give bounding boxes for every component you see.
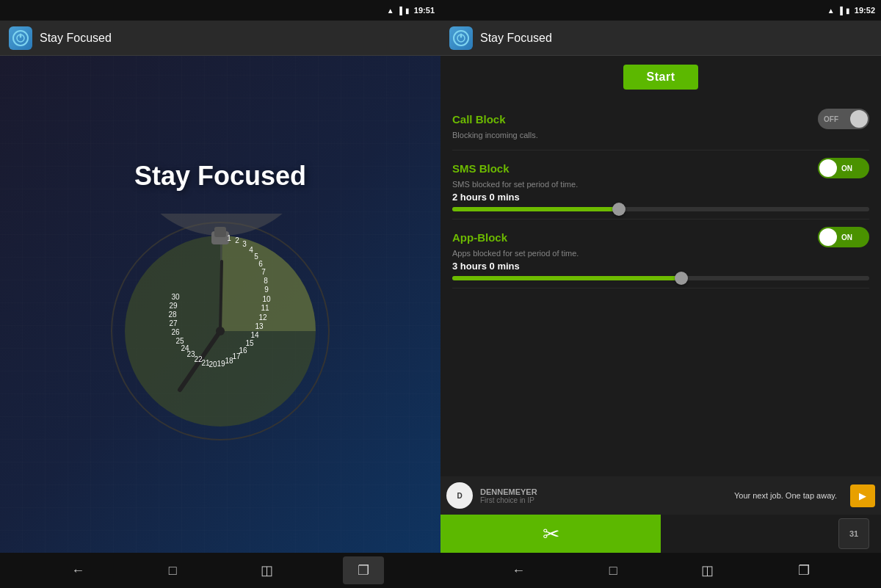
- svg-text:27: 27: [169, 319, 178, 327]
- sms-block-desc: SMS blocked for set period of time.: [452, 180, 869, 189]
- right-panel: ▲ ▐ ▮ 19:52 Stay Focused Start Call Bloc…: [440, 0, 881, 588]
- svg-text:2: 2: [235, 236, 239, 244]
- sms-block-time: 2 hours 0 mins: [452, 192, 869, 203]
- right-app-title: Stay Focused: [480, 32, 552, 45]
- app-block-knob: [819, 228, 837, 246]
- right-content: Start Call Block OFF Blocking incoming c…: [440, 56, 881, 476]
- sms-slider-thumb[interactable]: [612, 203, 626, 216]
- sms-block-label: SMS Block: [452, 162, 510, 175]
- screenshot-button-left[interactable]: ❐: [343, 556, 384, 584]
- bottom-spacer: 31: [661, 515, 881, 553]
- right-status-icons: ▲ ▐ ▮: [827, 7, 850, 15]
- bottom-action-bar[interactable]: ✂: [440, 515, 661, 553]
- svg-text:13: 13: [255, 322, 264, 330]
- ad-tagline-text: Your next job. One tap away.: [734, 491, 837, 500]
- call-block-knob: [850, 110, 868, 128]
- app-icon-left: [9, 26, 32, 50]
- svg-text:7: 7: [261, 267, 266, 275]
- svg-text:26: 26: [171, 327, 180, 335]
- app-block-row: App-Block ON Apps blocked for set period…: [452, 219, 869, 288]
- svg-text:22: 22: [194, 355, 203, 363]
- app-block-desc: Apps blocked for set period of time.: [452, 249, 869, 258]
- ad-banner: D DENNEMEYER First choice in IP Your nex…: [440, 476, 881, 515]
- svg-text:6: 6: [258, 259, 263, 267]
- sms-slider-track: [452, 207, 869, 211]
- svg-text:10: 10: [262, 294, 271, 302]
- bottom-bar-area: ✂ 31: [440, 515, 881, 553]
- svg-point-8: [216, 327, 225, 335]
- start-btn-container: Start: [452, 65, 869, 90]
- app-slider-thumb[interactable]: [675, 272, 688, 285]
- svg-text:1: 1: [227, 233, 231, 242]
- back-button-right[interactable]: ←: [497, 557, 540, 584]
- ad-cta-button[interactable]: ▶: [850, 484, 875, 507]
- ad-tagline: Your next job. One tap away.: [734, 491, 837, 500]
- start-button[interactable]: Start: [623, 65, 699, 90]
- right-status-bar: ▲ ▐ ▮ 19:52: [440, 0, 881, 21]
- right-battery-icon: ▮: [846, 7, 850, 15]
- right-nav-bar: ← □ ◫ ❐: [440, 553, 881, 588]
- call-block-header: Call Block OFF: [452, 109, 869, 129]
- svg-text:14: 14: [250, 330, 259, 338]
- svg-rect-5: [214, 227, 226, 237]
- app-block-toggle[interactable]: ON: [818, 227, 869, 247]
- call-block-toggle[interactable]: OFF: [818, 109, 869, 129]
- back-button-left[interactable]: ←: [57, 557, 99, 584]
- svg-line-7: [220, 261, 222, 331]
- svg-text:28: 28: [168, 310, 177, 318]
- app-block-slider[interactable]: [452, 276, 869, 280]
- svg-text:9: 9: [264, 285, 269, 293]
- left-status-bar: ▲ ▐ ▮ 19:51: [0, 0, 440, 21]
- right-time: 19:52: [855, 6, 875, 15]
- svg-text:21: 21: [201, 358, 210, 366]
- right-signal-icon: ▐: [838, 7, 843, 15]
- left-panel: ▲ ▐ ▮ 19:51 Stay Focused Stay Focused: [0, 0, 440, 588]
- clock-svg: 1 2 3 4 5 6 7 8 9: [103, 214, 338, 449]
- ad-brand: DENNEMEYER: [480, 487, 727, 496]
- call-block-label: Call Block: [452, 113, 506, 126]
- app-slider-track: [452, 276, 869, 280]
- app-slider-fill: [452, 276, 681, 280]
- calendar-widget[interactable]: 31: [838, 518, 869, 549]
- call-block-row: Call Block OFF Blocking incoming calls.: [452, 101, 869, 150]
- svg-text:8: 8: [264, 276, 268, 284]
- right-wifi-icon: ▲: [827, 7, 835, 15]
- ad-text: DENNEMEYER First choice in IP: [480, 487, 727, 504]
- recent-button-right[interactable]: ◫: [686, 556, 728, 584]
- app-block-time: 3 hours 0 mins: [452, 261, 869, 272]
- right-app-bar: Stay Focused: [440, 21, 881, 56]
- svg-text:17: 17: [232, 352, 241, 360]
- svg-text:12: 12: [258, 313, 267, 321]
- sms-block-knob: [819, 159, 837, 177]
- signal-icon: ▐: [397, 7, 402, 15]
- home-button-right[interactable]: □: [595, 557, 632, 584]
- wifi-icon: ▲: [387, 7, 394, 15]
- sms-block-toggle-label: ON: [838, 164, 858, 173]
- svg-text:11: 11: [261, 303, 269, 311]
- left-main-content: Stay Focused: [0, 56, 440, 553]
- call-block-toggle-label: OFF: [818, 115, 843, 123]
- call-block-desc: Blocking incoming calls.: [452, 131, 869, 139]
- screenshot-button-right[interactable]: ❐: [783, 556, 824, 584]
- svg-text:24: 24: [181, 344, 189, 352]
- battery-icon: ▮: [405, 7, 410, 15]
- svg-text:29: 29: [169, 301, 178, 309]
- recent-button-left[interactable]: ◫: [246, 556, 288, 584]
- scissor-icon: ✂: [543, 522, 559, 546]
- left-time: 19:51: [414, 6, 435, 15]
- sms-block-header: SMS Block ON: [452, 158, 869, 178]
- left-nav-bar: ← □ ◫ ❐: [0, 553, 440, 588]
- app-block-label: App-Block: [452, 231, 507, 244]
- sms-block-slider[interactable]: [452, 207, 869, 211]
- sms-block-toggle[interactable]: ON: [818, 158, 869, 178]
- ad-sub: First choice in IP: [480, 496, 727, 504]
- home-button-left[interactable]: □: [154, 557, 192, 584]
- sms-slider-fill: [452, 207, 619, 211]
- svg-text:20: 20: [209, 360, 217, 368]
- left-app-title: Stay Focused: [40, 32, 112, 45]
- svg-text:19: 19: [217, 359, 225, 367]
- sms-block-row: SMS Block ON SMS blocked for set period …: [452, 150, 869, 219]
- ad-logo: D: [446, 482, 473, 509]
- app-block-header: App-Block ON: [452, 227, 869, 247]
- svg-text:3: 3: [242, 239, 247, 247]
